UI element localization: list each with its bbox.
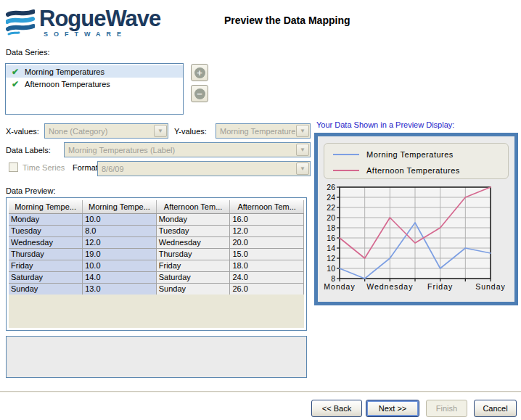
roguewave-logo: RogueWave SOFTWARE [6,6,180,39]
table-row[interactable]: Sunday13.0Sunday26.0 [9,283,304,295]
table-cell[interactable]: Saturday [9,271,83,283]
legend-swatch-morning [333,154,359,155]
empty-info-panel [6,336,307,378]
data-labels-value: Morning Temperatures (Label) [65,146,295,155]
chart-preview-panel: Morning Temperatures Afternoon Temperatu… [314,133,518,305]
table-cell[interactable]: Tuesday [9,225,83,236]
legend-swatch-afternoon [333,170,359,171]
table-cell[interactable]: 26.0 [230,283,304,295]
y-tick-label: 20 [327,213,335,222]
table-row[interactable]: Friday10.0Friday18.0 [9,260,304,271]
data-labels-select[interactable]: Morning Temperatures (Label) ▼ [64,142,311,157]
table-cell[interactable]: Thursday [9,248,83,260]
series-item-morning[interactable]: ✔ Morning Temperatures [6,65,183,78]
table-empty-area [9,295,304,328]
table-cell[interactable]: 16.0 [230,213,304,225]
check-icon: ✔ [12,79,19,89]
table-cell[interactable]: Monday [156,213,230,225]
x-tick-label: Sunday [475,282,506,291]
table-row[interactable]: Monday10.0Monday16.0 [9,213,304,225]
finish-button[interactable]: Finish [426,400,467,417]
table-cell[interactable]: Sunday [9,283,83,295]
table-cell[interactable]: Wednesday [9,236,83,248]
table-cell[interactable]: 10.0 [83,213,157,225]
y-values-label: Y-values: [174,127,207,136]
table-cell[interactable]: 10.0 [83,260,157,271]
format-select[interactable]: 8/6/09 ▼ [97,161,311,176]
table-row[interactable]: Tuesday8.0Tuesday12.0 [9,225,304,236]
x-values-select[interactable]: None (Category) ▼ [44,123,168,139]
series-item-label: Afternoon Temperatures [25,80,110,88]
y-tick-label: 26 [327,183,335,192]
table-cell[interactable]: Wednesday [156,236,230,248]
chevron-down-icon: ▼ [296,125,309,137]
table-cell[interactable]: 15.0 [230,248,304,260]
data-preview-label: Data Preview: [6,186,55,195]
format-label: Format [73,163,98,172]
table-cell[interactable]: Saturday [156,271,230,283]
chevron-down-icon: ▼ [296,162,309,175]
table-cell[interactable]: Tuesday [156,225,230,236]
remove-series-button[interactable]: − [191,85,208,102]
x-tick-label: Wednesday [366,282,413,291]
x-values-value: None (Category) [45,127,153,136]
table-cell[interactable]: 13.0 [83,283,157,295]
data-preview-table-panel: Morning Tempe...Morning Tempe...Afternoo… [6,197,307,331]
plus-icon: + [194,67,205,78]
time-series-checkbox[interactable] [9,162,18,172]
preview-display-label: Your Data Shown in a Preview Display: [316,120,454,129]
table-cell[interactable]: 18.0 [230,260,304,271]
back-button[interactable]: << Back [311,400,362,417]
footer-divider [0,391,521,392]
chart-legend: Morning Temperatures Afternoon Temperatu… [324,143,509,179]
table-cell[interactable]: Friday [9,260,83,271]
table-cell[interactable]: 20.0 [230,236,304,248]
table-cell[interactable]: 8.0 [83,225,157,236]
time-series-label: Time Series [22,163,65,172]
y-tick-label: 12 [327,254,335,263]
table-cell[interactable]: Friday [156,260,230,271]
y-tick-label: 22 [327,203,335,212]
legend-entry-afternoon: Afternoon Temperatures [333,166,460,175]
legend-label: Morning Temperatures [366,150,454,159]
data-labels-label: Data Labels: [6,146,51,155]
x-tick-label: Monday [324,282,355,291]
data-series-list[interactable]: ✔ Morning Temperatures ✔ Afternoon Tempe… [5,63,184,115]
legend-label: Afternoon Temperatures [366,166,460,175]
cancel-button[interactable]: Cancel [474,400,517,417]
table-column-header[interactable]: Afternoon Tem... [230,200,304,213]
logo-subtitle: SOFTWARE [44,30,127,38]
format-value: 8/6/09 [98,165,295,173]
chevron-down-icon: ▼ [154,125,167,137]
table-row[interactable]: Thursday19.0Thursday15.0 [9,248,304,260]
table-cell[interactable]: 14.0 [83,271,157,283]
y-tick-label: 14 [327,244,335,252]
next-button[interactable]: Next >> [366,400,419,417]
data-preview-table[interactable]: Morning Tempe...Morning Tempe...Afternoo… [9,200,304,295]
table-row[interactable]: Wednesday12.0Wednesday20.0 [9,236,304,248]
table-cell[interactable]: Monday [9,213,83,225]
table-row[interactable]: Saturday14.0Saturday24.0 [9,271,304,283]
y-values-select[interactable]: Morning Temperatures ▼ [216,123,311,139]
table-column-header[interactable]: Morning Tempe... [9,200,83,213]
table-cell[interactable]: Thursday [156,248,230,260]
x-values-label: X-values: [6,127,39,136]
table-cell[interactable]: 12.0 [230,225,304,236]
table-cell[interactable]: Sunday [156,283,230,295]
y-values-value: Morning Temperatures [216,127,295,136]
y-tick-label: 10 [327,264,335,273]
wave-icon [6,9,35,36]
y-tick-label: 18 [327,223,335,232]
series-item-afternoon[interactable]: ✔ Afternoon Temperatures [6,78,183,90]
table-cell[interactable]: 24.0 [230,271,304,283]
table-column-header[interactable]: Afternoon Tem... [156,200,230,213]
table-cell[interactable]: 12.0 [83,236,157,248]
table-cell[interactable]: 19.0 [83,248,157,260]
table-column-header[interactable]: Morning Tempe... [83,200,157,213]
chevron-down-icon: ▼ [296,144,309,156]
minus-icon: − [194,88,205,99]
preview-chart-svg: 8101214161820222426MondayWednesdayFriday… [318,181,514,302]
y-tick-label: 8 [331,274,335,283]
add-series-button[interactable]: + [191,64,208,81]
table-header-row[interactable]: Morning Tempe...Morning Tempe...Afternoo… [9,200,304,213]
